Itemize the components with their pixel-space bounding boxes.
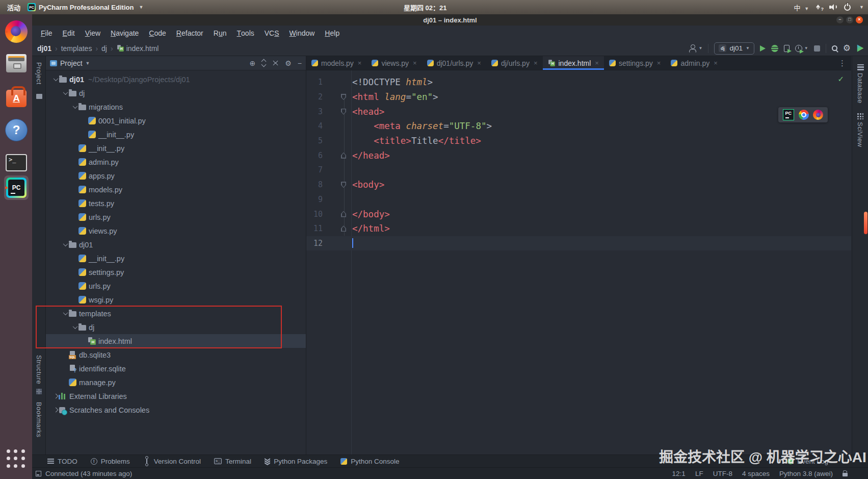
code-line-9[interactable]: 9 bbox=[306, 192, 851, 207]
menu-navigate[interactable]: Navigate bbox=[106, 26, 144, 41]
code-line-7[interactable]: 7 bbox=[306, 163, 851, 178]
scrollbar-thumb[interactable] bbox=[864, 212, 867, 234]
fold-marker-icon[interactable] bbox=[340, 211, 347, 217]
folder-icon[interactable] bbox=[36, 94, 42, 99]
tab-models.py[interactable]: models.py× bbox=[306, 56, 366, 70]
sciview-icon[interactable] bbox=[857, 113, 863, 119]
breadcrumb-item[interactable]: templates bbox=[60, 44, 94, 53]
tree-item-__init__.py[interactable]: __init__.py bbox=[46, 141, 306, 155]
files-icon[interactable] bbox=[4, 51, 29, 75]
run-configuration-select[interactable]: dj dj01 ▼ bbox=[714, 42, 754, 55]
fold-marker-icon[interactable] bbox=[340, 94, 347, 100]
tool-stripe-sciview[interactable]: SciView bbox=[856, 122, 864, 147]
code-line-5[interactable]: 5 <title>Title</title> bbox=[306, 134, 851, 148]
close-button[interactable]: × bbox=[856, 16, 863, 23]
ubuntu-software-icon[interactable] bbox=[4, 85, 29, 109]
menu-edit[interactable]: Edit bbox=[58, 26, 80, 41]
close-tab-icon[interactable]: × bbox=[358, 59, 362, 67]
chevron-down-icon[interactable] bbox=[52, 78, 59, 81]
tab-options-icon[interactable]: ⋮ bbox=[838, 59, 846, 68]
profiler-icon[interactable]: ▼ bbox=[795, 45, 808, 52]
tab-admin.py[interactable]: admin.py× bbox=[666, 56, 722, 70]
tree-item-admin.py[interactable]: admin.py bbox=[46, 155, 306, 169]
status-item[interactable]: Python 3.8 (awei) bbox=[779, 470, 833, 477]
code-line-6[interactable]: 6</head> bbox=[306, 148, 851, 163]
tool-stripe-bookmarks[interactable]: Bookmarks bbox=[35, 402, 43, 438]
window-titlebar[interactable]: dj01 – index.html − □ × bbox=[32, 14, 868, 26]
help-icon[interactable]: ? bbox=[4, 118, 29, 142]
structure-icon[interactable] bbox=[36, 389, 42, 394]
clock[interactable]: 星期四 02：21 bbox=[404, 0, 447, 14]
close-tab-icon[interactable]: × bbox=[534, 59, 538, 67]
tree-item-index.html[interactable]: index.html bbox=[46, 334, 306, 348]
menu-help[interactable]: Help bbox=[320, 26, 345, 41]
search-icon[interactable] bbox=[832, 45, 837, 51]
status-item[interactable]: 4 spaces bbox=[742, 470, 770, 477]
fold-marker-icon[interactable] bbox=[340, 109, 347, 115]
menu-tools[interactable]: Tools bbox=[232, 26, 259, 41]
tool-button-todo[interactable]: TODO bbox=[47, 458, 77, 465]
chevron-down-icon[interactable] bbox=[71, 325, 78, 329]
firefox-icon[interactable] bbox=[4, 19, 29, 44]
tree-item-db.sqlite3[interactable]: db.sqlite3 bbox=[46, 348, 306, 362]
breadcrumb-item[interactable]: index.html bbox=[115, 44, 161, 53]
tab-views.py[interactable]: views.py× bbox=[366, 56, 422, 70]
settings-gear-icon[interactable]: ⚙ bbox=[843, 44, 851, 53]
breadcrumb-item[interactable]: dj bbox=[100, 44, 109, 53]
code-line-1[interactable]: 1<!DOCTYPE html> bbox=[306, 75, 851, 90]
tab-index.html[interactable]: index.html× bbox=[543, 56, 604, 70]
close-tab-icon[interactable]: × bbox=[595, 59, 599, 67]
menu-refactor[interactable]: Refactor bbox=[171, 26, 208, 41]
power-icon[interactable] bbox=[844, 4, 851, 11]
close-tab-icon[interactable]: × bbox=[477, 59, 481, 67]
code-line-12[interactable]: 12 bbox=[306, 236, 851, 251]
show-applications-button[interactable] bbox=[7, 449, 26, 469]
chevron-down-icon[interactable]: ▼ bbox=[859, 5, 864, 10]
fold-marker-icon[interactable] bbox=[340, 182, 347, 188]
tool-button-python-console[interactable]: Python Console bbox=[340, 458, 399, 465]
breadcrumb-item[interactable]: dj01 bbox=[36, 44, 53, 53]
project-panel-header[interactable]: Project ▼ ⊕ ⚙ − bbox=[46, 56, 306, 70]
activities-button[interactable]: 活动 bbox=[0, 3, 28, 12]
tool-stripe-database[interactable]: Database bbox=[856, 73, 864, 104]
code-line-3[interactable]: 3<head> bbox=[306, 104, 851, 119]
chevron-down-icon[interactable] bbox=[71, 105, 78, 109]
menu-code[interactable]: Code bbox=[144, 26, 171, 41]
event-log-button[interactable]: Event Log bbox=[787, 458, 828, 465]
tree-item-__init__.py[interactable]: __init__.py bbox=[46, 128, 306, 141]
collapse-all-icon[interactable] bbox=[273, 60, 279, 66]
run-with-coverage-icon[interactable] bbox=[784, 45, 790, 52]
code-line-10[interactable]: 10</body> bbox=[306, 207, 851, 221]
tree-item-0001_initial.py[interactable]: 0001_initial.py bbox=[46, 114, 306, 128]
user-icon[interactable]: ▼ bbox=[689, 44, 702, 53]
pycharm-preview-icon[interactable] bbox=[783, 109, 794, 120]
code-line-4[interactable]: 4 <meta charset="UTF-8"> bbox=[306, 119, 851, 134]
close-tab-icon[interactable]: × bbox=[413, 59, 417, 67]
tree-item-manage.py[interactable]: manage.py bbox=[46, 375, 306, 389]
code-line-8[interactable]: 8<body> bbox=[306, 178, 851, 192]
tree-item-dj[interactable]: dj bbox=[46, 86, 306, 100]
chevron-down-icon[interactable] bbox=[62, 91, 69, 95]
status-item[interactable]: UTF-8 bbox=[713, 470, 732, 477]
menu-run[interactable]: Run bbox=[208, 26, 232, 41]
hide-panel-icon[interactable]: − bbox=[298, 60, 302, 67]
close-tab-icon[interactable]: × bbox=[657, 59, 661, 67]
firefox-icon[interactable] bbox=[813, 110, 823, 120]
tool-stripe-structure[interactable]: Structure bbox=[35, 355, 43, 384]
database-icon[interactable] bbox=[857, 64, 864, 70]
stop-icon[interactable] bbox=[814, 45, 820, 52]
inspections-ok-icon[interactable]: ✓ bbox=[837, 74, 844, 84]
input-method-indicator[interactable]: 中 ▼ bbox=[794, 3, 809, 12]
volume-icon[interactable] bbox=[829, 4, 837, 11]
tree-item-urls.py[interactable]: urls.py bbox=[46, 210, 306, 224]
chevron-right-icon[interactable] bbox=[52, 408, 59, 412]
tool-button-python-packages[interactable]: Python Packages bbox=[265, 458, 327, 465]
chevron-down-icon[interactable] bbox=[62, 312, 69, 315]
tree-item-Scratches and Consoles[interactable]: Scratches and Consoles bbox=[46, 403, 306, 417]
tree-item-tests.py[interactable]: tests.py bbox=[46, 196, 306, 210]
app-indicator[interactable]: PyCharm Professional Edition ▼ bbox=[28, 3, 143, 11]
tree-item-__init__.py[interactable]: __init__.py bbox=[46, 251, 306, 265]
tree-item-dj[interactable]: dj bbox=[46, 320, 306, 334]
code-line-11[interactable]: 11</html> bbox=[306, 221, 851, 236]
chevron-down-icon[interactable] bbox=[62, 243, 69, 246]
